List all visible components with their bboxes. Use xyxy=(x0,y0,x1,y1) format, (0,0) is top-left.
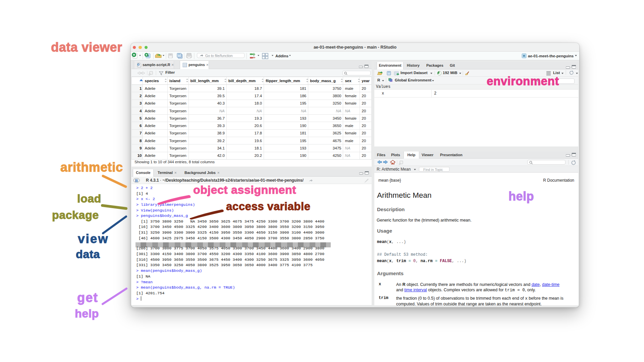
svg-text:Addins: Addins xyxy=(275,54,288,58)
svg-text:R: R xyxy=(523,54,525,58)
svg-text:ae-01-meet-the-penguins: ae-01-meet-the-penguins xyxy=(528,54,574,58)
svg-text:R: R xyxy=(138,64,140,66)
svg-text:R: R xyxy=(135,178,138,183)
